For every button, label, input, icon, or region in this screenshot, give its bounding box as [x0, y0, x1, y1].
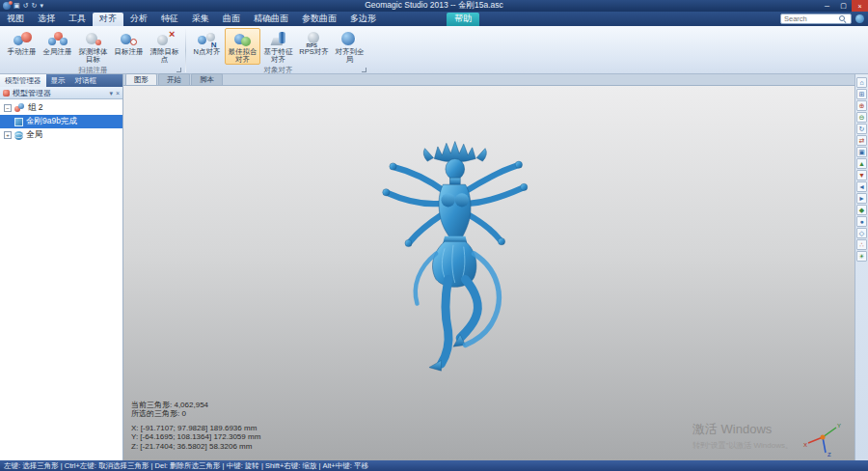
group-label-scan-registration: 扫描注册	[4, 65, 182, 75]
manual-registration-icon	[13, 31, 32, 47]
tab-analysis[interactable]: 分析	[123, 13, 154, 26]
tab-align[interactable]: 对齐	[93, 13, 123, 26]
target-registration-button[interactable]: 目标注册	[111, 28, 147, 65]
undo-icon[interactable]: ↺	[23, 1, 29, 11]
tab-display[interactable]: 显示	[46, 74, 70, 87]
selected-triangle-count: 所选的三角形: 0	[131, 409, 260, 419]
global-registration-icon	[48, 31, 68, 47]
quick-access-toolbar: ▣ ↺ ↻ ▾	[0, 1, 43, 11]
3d-viewport[interactable]: 当前三角形: 4,062,954 所选的三角形: 0 X: [-91.7107;…	[123, 86, 854, 460]
statue-3d-model[interactable]	[312, 138, 594, 397]
panel-dropdown-icon[interactable]: ▾	[109, 89, 113, 97]
model-manager-icon	[3, 90, 10, 97]
status-bar: 左键: 选择三角形 | Ctrl+左键: 取消选择三角形 | Del: 删除所选…	[0, 460, 868, 471]
tab-select[interactable]: 选择	[31, 13, 62, 26]
model-statistics: 当前三角形: 4,062,954 所选的三角形: 0 X: [-91.7107;…	[131, 401, 260, 452]
tab-features[interactable]: 特征	[154, 13, 185, 26]
expand-icon[interactable]: +	[4, 131, 12, 139]
panel-header: 模型管理器 ▾ ×	[0, 87, 122, 99]
tab-help[interactable]: 帮助	[447, 13, 479, 26]
zoom-window-icon[interactable]: ⊞	[856, 89, 867, 99]
tab-surface[interactable]: 曲面	[216, 13, 247, 26]
redo-icon[interactable]: ↻	[32, 1, 38, 11]
window-title: Geomagic Studio 2013 -- 金刚15a.asc	[0, 0, 868, 12]
clear-targets-button[interactable]: 清除目标点	[147, 28, 182, 65]
save-icon[interactable]: ▣	[14, 1, 20, 11]
top-view-icon[interactable]: ▲	[856, 158, 867, 169]
zoom-in-icon[interactable]: ⊕	[856, 100, 867, 111]
group-icon	[14, 103, 25, 113]
points-mode-icon[interactable]: ∴	[856, 239, 867, 250]
tab-capture[interactable]: 采集	[185, 13, 216, 26]
tab-exact-surface[interactable]: 精确曲面	[247, 13, 295, 26]
svg-text:X: X	[803, 442, 807, 448]
rotate-view-icon[interactable]: ↻	[856, 124, 867, 134]
ribbon-tab-row: 视图 选择 工具 对齐 分析 特征 采集 曲面 精确曲面 参数曲面 多边形 帮助	[0, 12, 868, 26]
main-area: 模型管理器 显示 对话框 模型管理器 ▾ × − 组 2	[0, 74, 868, 460]
best-fit-alignment-button[interactable]: 最佳拟合对齐	[225, 28, 260, 65]
ribbon: 手动注册 全局注册 探测球体目标	[0, 26, 868, 74]
lighting-icon[interactable]: ☀	[856, 251, 867, 262]
feature-based-alignment-button[interactable]: 基于特征对齐	[260, 28, 296, 65]
maximize-button[interactable]: ▢	[835, 0, 852, 12]
app-window: ▣ ↺ ↻ ▾ Geomagic Studio 2013 -- 金刚15a.as…	[0, 0, 868, 471]
fit-view-icon[interactable]: ⌂	[856, 77, 867, 88]
shaded-mode-icon[interactable]: ●	[856, 216, 867, 227]
rps-alignment-icon	[305, 31, 324, 47]
viewport-column: 图形 开始 脚本	[123, 74, 854, 460]
triangle-count: 当前三角形: 4,062,954	[131, 401, 260, 410]
bottom-view-icon[interactable]: ▼	[856, 170, 867, 180]
dialog-launcher-icon[interactable]	[362, 68, 366, 72]
close-button[interactable]: ×	[852, 0, 868, 12]
right-view-icon[interactable]: ►	[856, 193, 867, 204]
tab-polygons[interactable]: 多边形	[343, 13, 383, 26]
align-to-global-icon	[340, 31, 360, 47]
zoom-out-icon[interactable]: ⊖	[856, 112, 867, 123]
globe-icon	[14, 131, 23, 140]
probe-sphere-targets-icon	[84, 31, 103, 47]
tab-model-manager[interactable]: 模型管理器	[0, 74, 46, 87]
align-to-global-button[interactable]: 对齐到全局	[332, 28, 367, 65]
mouse-hints: 左键: 选择三角形 | Ctrl+左键: 取消选择三角形 | Del: 删除所选…	[4, 461, 368, 471]
tree-item-group[interactable]: − 组 2	[0, 101, 122, 115]
probe-sphere-targets-button[interactable]: 探测球体目标	[75, 28, 111, 65]
left-view-icon[interactable]: ◄	[856, 181, 867, 192]
qat-dropdown-icon[interactable]: ▾	[40, 1, 43, 11]
manual-registration-button[interactable]: 手动注册	[4, 28, 40, 65]
app-logo-icon[interactable]	[3, 2, 11, 10]
y-extent: Y: [-64.1695; 108.1364] 172.3059 mm	[131, 432, 260, 442]
svg-text:Z: Z	[827, 452, 831, 457]
global-registration-button[interactable]: 全局注册	[40, 28, 75, 65]
best-fit-alignment-icon	[233, 31, 253, 47]
svg-text:Y: Y	[837, 423, 841, 429]
search-input[interactable]	[781, 14, 839, 23]
pan-view-icon[interactable]: ⇄	[856, 135, 867, 146]
iso-view-icon[interactable]: ◆	[856, 205, 867, 215]
help-sphere-icon[interactable]	[855, 14, 864, 23]
rps-alignment-button[interactable]: RPS对齐	[296, 28, 332, 65]
tab-dialog[interactable]: 对话框	[70, 74, 102, 87]
dialog-launcher-icon[interactable]	[176, 68, 181, 72]
window-controls: ─ ▢ ×	[819, 0, 868, 12]
search-box	[780, 14, 852, 24]
view-toolbar: ⌂ ⊞ ⊕ ⊖ ↻ ⇄ ▣ ▲ ▼ ◄ ► ◆ ● ◇ ∴ ☀	[854, 74, 868, 460]
group-label-object-alignment: 对象对齐	[189, 65, 367, 75]
tree-item-mesh[interactable]: 金刚9a9b完成	[0, 115, 122, 128]
tab-parametric-surface[interactable]: 参数曲面	[295, 13, 343, 26]
viewport-tab-strip: 图形 开始 脚本	[123, 74, 854, 86]
front-view-icon[interactable]: ▣	[856, 147, 867, 157]
n-point-alignment-button[interactable]: N点对齐	[189, 28, 225, 65]
panel-title: 模型管理器	[13, 88, 51, 98]
x-extent: X: [-91.7107; 97.9828] 189.6936 mm	[131, 424, 260, 433]
tree-item-global[interactable]: + 全局	[0, 128, 122, 142]
ribbon-group-scan-registration: 手动注册 全局注册 探测球体目标	[4, 28, 182, 73]
search-icon[interactable]	[839, 15, 846, 22]
minimize-button[interactable]: ─	[819, 0, 835, 12]
tab-view[interactable]: 视图	[0, 13, 31, 26]
wireframe-mode-icon[interactable]: ◇	[856, 228, 867, 238]
polygon-mesh-icon	[14, 118, 23, 126]
collapse-icon[interactable]: −	[4, 104, 12, 112]
panel-close-icon[interactable]: ×	[116, 89, 120, 97]
model-manager-panel: 模型管理器 显示 对话框 模型管理器 ▾ × − 组 2	[0, 74, 123, 460]
tab-tools[interactable]: 工具	[62, 13, 93, 26]
